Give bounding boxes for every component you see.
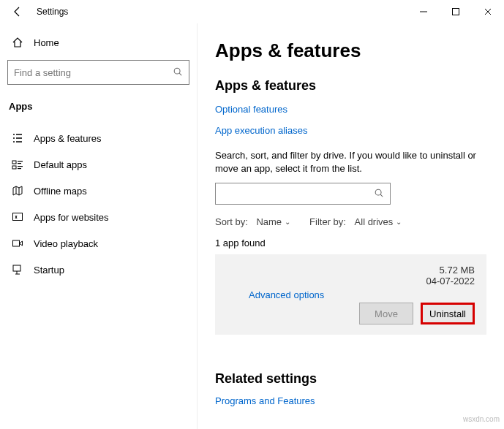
nav-label: Video playback bbox=[34, 238, 98, 249]
description-text: Search, sort, and filter by drive. If yo… bbox=[215, 149, 486, 175]
svg-rect-1 bbox=[453, 9, 459, 15]
svg-rect-5 bbox=[18, 161, 23, 162]
svg-line-14 bbox=[380, 194, 383, 197]
svg-line-3 bbox=[179, 73, 181, 75]
home-nav[interactable]: Home bbox=[7, 31, 189, 54]
sidebar-section-label: Apps bbox=[7, 96, 189, 125]
nav-default-apps[interactable]: Default apps bbox=[7, 151, 189, 178]
startup-icon bbox=[12, 264, 23, 276]
nav-offline-maps[interactable]: Offline maps bbox=[7, 178, 189, 204]
search-icon bbox=[173, 67, 183, 79]
minimize-button[interactable] bbox=[407, 0, 440, 23]
svg-rect-10 bbox=[13, 213, 23, 221]
map-icon bbox=[12, 185, 23, 197]
app-count: 1 app found bbox=[215, 238, 486, 248]
filter-label: Filter by: bbox=[309, 216, 346, 227]
move-button: Move bbox=[359, 303, 413, 324]
nav-label: Startup bbox=[34, 265, 64, 276]
nav-video-playback[interactable]: Video playback bbox=[7, 230, 189, 257]
svg-point-2 bbox=[174, 68, 180, 74]
svg-rect-12 bbox=[13, 265, 20, 271]
home-label: Home bbox=[34, 37, 59, 48]
nav-label: Apps & features bbox=[34, 133, 102, 144]
chevron-down-icon: ⌄ bbox=[285, 218, 290, 226]
nav-label: Offline maps bbox=[34, 186, 87, 197]
svg-rect-8 bbox=[18, 166, 23, 167]
nav-apps-features[interactable]: Apps & features bbox=[7, 125, 189, 151]
website-icon bbox=[12, 211, 23, 223]
programs-features-link[interactable]: Programs and Features bbox=[215, 395, 315, 406]
related-settings-title: Related settings bbox=[215, 371, 486, 387]
svg-rect-6 bbox=[18, 163, 21, 164]
subsection-title: Apps & features bbox=[215, 78, 486, 94]
svg-rect-7 bbox=[12, 166, 16, 169]
sort-by-dropdown[interactable]: Sort by: Name ⌄ bbox=[215, 216, 290, 227]
video-icon bbox=[12, 238, 23, 249]
nav-label: Apps for websites bbox=[34, 212, 109, 223]
advanced-options-link[interactable]: Advanced options bbox=[249, 289, 324, 300]
back-button[interactable] bbox=[7, 1, 28, 22]
window-title: Settings bbox=[37, 7, 68, 17]
maximize-button[interactable] bbox=[440, 0, 472, 23]
svg-rect-11 bbox=[13, 240, 20, 246]
uninstall-button[interactable]: Uninstall bbox=[421, 303, 475, 324]
app-date: 04-07-2022 bbox=[426, 276, 475, 286]
app-size: 5.72 MB bbox=[426, 265, 475, 276]
watermark: wsxdn.com bbox=[463, 415, 500, 423]
settings-search-input[interactable] bbox=[14, 67, 173, 78]
filter-by-dropdown[interactable]: Filter by: All drives ⌄ bbox=[309, 216, 402, 227]
execution-aliases-link[interactable]: App execution aliases bbox=[215, 125, 307, 136]
defaults-icon bbox=[12, 159, 23, 170]
svg-rect-9 bbox=[18, 168, 21, 169]
search-icon bbox=[374, 188, 384, 200]
list-icon bbox=[12, 132, 23, 144]
app-search-input[interactable] bbox=[222, 189, 374, 200]
page-title: Apps & features bbox=[215, 39, 486, 62]
sort-label: Sort by: bbox=[215, 216, 248, 227]
chevron-down-icon: ⌄ bbox=[396, 218, 402, 226]
sidebar: Home Apps Apps & features Default app bbox=[0, 23, 198, 429]
svg-point-13 bbox=[375, 189, 381, 195]
filter-value: All drives bbox=[355, 216, 394, 227]
home-icon bbox=[12, 37, 23, 48]
nav-label: Default apps bbox=[34, 159, 87, 170]
sort-value: Name bbox=[256, 216, 282, 227]
app-search-box[interactable] bbox=[215, 183, 391, 205]
optional-features-link[interactable]: Optional features bbox=[215, 104, 287, 115]
settings-search[interactable] bbox=[7, 60, 189, 85]
nav-apps-websites[interactable]: Apps for websites bbox=[7, 204, 189, 230]
close-button[interactable] bbox=[472, 0, 504, 23]
svg-rect-4 bbox=[12, 161, 16, 164]
nav-startup[interactable]: Startup bbox=[7, 257, 189, 283]
app-card[interactable]: 5.72 MB 04-07-2022 Advanced options Move… bbox=[215, 254, 486, 335]
main-content: Apps & features Apps & features Optional… bbox=[198, 23, 504, 429]
